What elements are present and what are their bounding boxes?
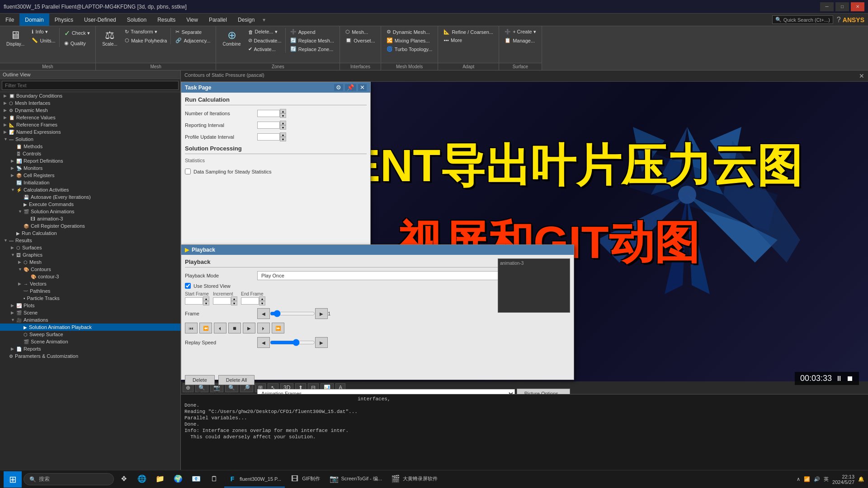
refine-coarsen-button[interactable]: 📐 Refine / Coarsen...: [441, 28, 496, 36]
mixing-planes-button[interactable]: 🔀 Mixing Planes...: [384, 37, 435, 44]
scale-button[interactable]: ⚖ Scale...: [99, 28, 121, 48]
tree-named-expressions[interactable]: ▶ 📝 Named Expressions: [0, 128, 180, 136]
end-frame-down[interactable]: ▼: [259, 301, 265, 305]
tree-sweep-surface[interactable]: ⬡ Sweep Surface: [0, 331, 180, 338]
display-button[interactable]: 🖥 Display...: [3, 28, 28, 48]
taskbar-screentogif-app[interactable]: 📷 ScreenToGif - 编...: [326, 471, 386, 488]
taskbar-gif-app[interactable]: 🎞 GIF制作: [287, 471, 324, 488]
delete-button[interactable]: 🗑 Delete... ▾: [245, 28, 284, 36]
overset-button[interactable]: 🔲 Overset...: [343, 37, 378, 44]
tree-results[interactable]: ▼ — Results: [0, 237, 180, 244]
menu-user-defined[interactable]: User-Defined: [79, 14, 122, 26]
tree-boundary-conditions[interactable]: ▶ 🔲 Boundary Conditions: [0, 92, 180, 99]
start-button[interactable]: ⊞: [4, 471, 22, 488]
viewport-close-button[interactable]: ✕: [859, 72, 864, 80]
quality-button[interactable]: ◉ Quality: [61, 39, 93, 47]
taskbar-recorder-app[interactable]: 🎬 大黄蜂录屏软件: [387, 471, 441, 488]
taskbar-search[interactable]: 🔍 搜索: [24, 473, 114, 485]
tree-scene-animation[interactable]: 🎬 Scene Animation: [0, 338, 180, 345]
maximize-button[interactable]: □: [835, 2, 849, 11]
report-up[interactable]: ▲: [280, 121, 286, 125]
speed-increase-button[interactable]: ▶: [315, 337, 328, 348]
activate-button[interactable]: ✔ Activate...: [245, 45, 284, 53]
tree-initialization[interactable]: 🔄 Initialization: [0, 179, 180, 186]
tree-execute-commands[interactable]: ▶ Execute Commands: [0, 201, 180, 208]
tree-cell-registers[interactable]: ▶ 📦 Cell Registers: [0, 172, 180, 179]
timer-pause-button[interactable]: ⏸: [835, 375, 843, 383]
taskbar-app-5[interactable]: 🗒: [206, 471, 222, 488]
tree-cell-reg-ops[interactable]: 📦 Cell Register Operations: [0, 222, 180, 230]
combine-button[interactable]: ⊕ Combine: [219, 28, 244, 48]
replace-zone-button[interactable]: 🔄 Replace Zone...: [288, 45, 337, 53]
delete-button[interactable]: Delete: [185, 375, 215, 385]
separate-button[interactable]: ✂ Separate: [173, 28, 213, 36]
append-button[interactable]: ➕ Append: [288, 28, 337, 36]
tree-report-defs[interactable]: ▶ 📊 Report Definitions: [0, 157, 180, 164]
tree-contour-3[interactable]: 🎨 contour-3: [0, 273, 180, 280]
menu-domain[interactable]: Domain: [19, 14, 49, 26]
tree-sol-anim-playback[interactable]: ▶ Solution Animation Playback: [0, 324, 180, 331]
profile-up[interactable]: ▲: [280, 132, 286, 137]
info-button[interactable]: ℹ Info ▾: [29, 28, 58, 36]
taskbar-app-1[interactable]: 🌐: [134, 471, 150, 488]
tree-contours[interactable]: ▼ 🎨 Contours: [0, 266, 180, 273]
end-frame-up[interactable]: ▲: [259, 296, 265, 301]
tree-animations[interactable]: ▼ 🎥 Animations: [0, 316, 180, 324]
adjacency-button[interactable]: 🔗 Adjacency...: [173, 37, 213, 44]
start-frame-up[interactable]: ▲: [203, 296, 209, 301]
minimize-button[interactable]: ─: [820, 2, 834, 11]
rewind-start-button[interactable]: ⏮: [185, 323, 198, 333]
tree-dynamic-mesh[interactable]: ▶ ⚙ Dynamic Mesh: [0, 107, 180, 114]
step-prev-button[interactable]: ⏴: [214, 323, 226, 333]
tree-particle-tracks[interactable]: • Particle Tracks: [0, 295, 180, 302]
tree-vectors[interactable]: ▶ → Vectors: [0, 280, 180, 287]
tree-animation-3[interactable]: 🎞 animation-3: [0, 215, 180, 222]
units-button[interactable]: 📏 Units...: [29, 37, 58, 44]
menu-file[interactable]: File: [0, 14, 19, 26]
quick-search[interactable]: 🔍 Quick Search (Ct+...): [772, 15, 833, 24]
menu-physics[interactable]: Physics: [49, 14, 79, 26]
tree-scene[interactable]: ▶ 🎬 Scene: [0, 309, 180, 316]
taskbar-fluent-app[interactable]: F fluent300W_15 P...: [224, 471, 285, 488]
tree-methods[interactable]: 📋 Methods: [0, 143, 180, 150]
taskbar-app-2[interactable]: 📁: [152, 471, 168, 488]
notification-icon[interactable]: 🔔: [858, 476, 864, 482]
menu-view[interactable]: View: [181, 14, 203, 26]
dynamic-mesh-button[interactable]: ⚙ Dynamic Mesh...: [384, 28, 435, 36]
mesh-interfaces-button[interactable]: ⬡ Mesh...: [343, 28, 378, 36]
write-record-select[interactable]: Animation Frames: [257, 389, 515, 394]
increment-up[interactable]: ▲: [231, 296, 237, 301]
turbo-topology-button[interactable]: 🌀 Turbo Topology...: [384, 45, 435, 53]
tree-reference-values[interactable]: ▶ 📋 Reference Values: [0, 114, 180, 121]
filter-input[interactable]: [2, 81, 179, 90]
tree-autosave[interactable]: 💾 Autosave (Every Iterations): [0, 193, 180, 201]
tree-graphics[interactable]: ▼ 🖼 Graphics: [0, 251, 180, 258]
system-tray-expand[interactable]: ∧: [797, 476, 800, 482]
speed-decrease-button[interactable]: ◀: [257, 337, 270, 348]
play-button[interactable]: ▶: [243, 323, 255, 333]
taskbar-app-3[interactable]: 🌍: [170, 471, 186, 488]
menu-design[interactable]: Design: [232, 14, 260, 26]
replace-mesh-button[interactable]: 🔄 Replace Mesh...: [288, 37, 337, 44]
tree-surfaces[interactable]: ▶ ⬡ Surfaces: [0, 244, 180, 251]
menu-solution[interactable]: Solution: [122, 14, 152, 26]
tree-plots[interactable]: ▶ 📈 Plots: [0, 302, 180, 309]
frame-prev-button[interactable]: ◀: [257, 308, 270, 319]
tree-params-customization[interactable]: ⚙ Parameters & Customization: [0, 352, 180, 360]
num-iter-down[interactable]: ▼: [280, 113, 286, 118]
tree-monitors[interactable]: ▶ 📡 Monitors: [0, 164, 180, 172]
increment-down[interactable]: ▼: [231, 301, 237, 305]
data-sampling-checkbox[interactable]: [185, 169, 191, 174]
tree-calc-activities[interactable]: ▼ ⚡ Calculation Activities: [0, 186, 180, 193]
tree-reports[interactable]: ▶ 📄 Reports: [0, 345, 180, 352]
delete-all-button[interactable]: Delete All: [218, 375, 255, 385]
increment-input[interactable]: 1: [213, 297, 231, 305]
taskbar-app-4[interactable]: 📧: [188, 471, 204, 488]
stop-button[interactable]: ⏹: [228, 323, 241, 333]
tree-pathlines[interactable]: 〰 Pathlines: [0, 287, 180, 295]
tree-solution-anims[interactable]: ▼ 🎬 Solution Animations: [0, 208, 180, 215]
manage-surface-button[interactable]: 📋 Manage...: [502, 37, 539, 44]
frame-slider[interactable]: [270, 310, 315, 317]
reporting-input[interactable]: 1: [257, 122, 280, 129]
menu-parallel[interactable]: Parallel: [203, 14, 232, 26]
